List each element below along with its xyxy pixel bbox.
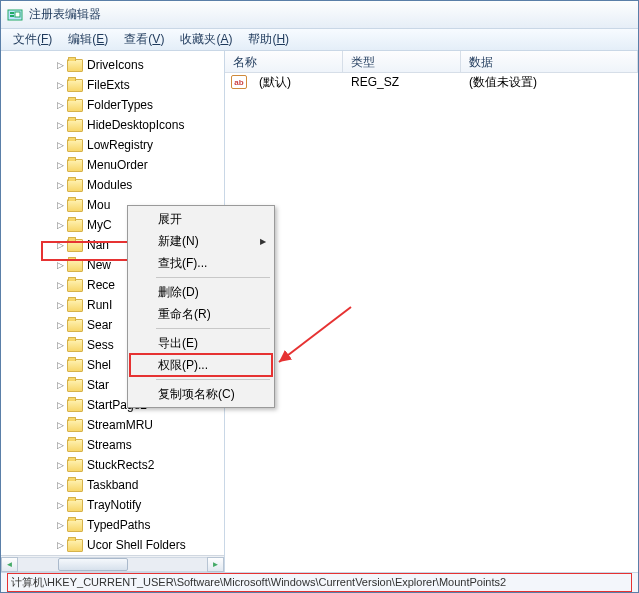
scroll-left-button[interactable]: ◄ [1,557,18,572]
folder-icon [67,119,83,132]
folder-icon [67,339,83,352]
folder-icon [67,399,83,412]
expand-icon[interactable]: ▷ [55,320,65,330]
list-row[interactable]: ab(默认)REG_SZ(数值未设置) [225,73,638,91]
tree-item-label: StreamMRU [87,418,153,432]
expand-icon[interactable]: ▷ [55,240,65,250]
tree-item-label: RunI [87,298,112,312]
tree-item-label: MyC [87,218,112,232]
tree-item-streammru[interactable]: ▷StreamMRU [1,415,224,435]
expand-icon[interactable]: ▷ [55,480,65,490]
expand-icon[interactable]: ▷ [55,460,65,470]
expand-icon[interactable]: ▷ [55,140,65,150]
expand-icon[interactable]: ▷ [55,280,65,290]
list-header[interactable]: 名称 类型 数据 [225,51,638,73]
ctx-展开[interactable]: 展开 [130,208,272,230]
tree-item-label: LowRegistry [87,138,153,152]
folder-icon [67,359,83,372]
folder-icon [67,259,83,272]
col-name[interactable]: 名称 [225,51,343,72]
tree-item-typedpaths[interactable]: ▷TypedPaths [1,515,224,535]
tree-item-foldertypes[interactable]: ▷FolderTypes [1,95,224,115]
expand-icon[interactable]: ▷ [55,440,65,450]
tree-item-taskband[interactable]: ▷Taskband [1,475,224,495]
expand-icon[interactable]: ▷ [55,120,65,130]
menubar: 文件(F)编辑(E)查看(V)收藏夹(A)帮助(H) [1,29,638,51]
tree-item-fileexts[interactable]: ▷FileExts [1,75,224,95]
svg-rect-1 [10,12,14,14]
menu-v[interactable]: 查看(V) [116,29,172,50]
tree-item-label: Star [87,378,109,392]
folder-icon [67,239,83,252]
folder-icon [67,379,83,392]
regedit-window: 注册表编辑器 文件(F)编辑(E)查看(V)收藏夹(A)帮助(H) ▷Drive… [0,0,639,593]
window-title: 注册表编辑器 [29,6,101,23]
menu-separator [156,328,270,329]
menu-separator [156,277,270,278]
folder-icon [67,319,83,332]
menu-f[interactable]: 文件(F) [5,29,60,50]
tree-item-label: Streams [87,438,132,452]
ctx-重命名r[interactable]: 重命名(R) [130,303,272,325]
app-icon [7,7,23,23]
tree-item-label: FolderTypes [87,98,153,112]
expand-icon[interactable]: ▷ [55,500,65,510]
expand-icon[interactable]: ▷ [55,520,65,530]
scroll-right-button[interactable]: ► [207,557,224,572]
scroll-track[interactable] [18,557,207,572]
menu-e[interactable]: 编辑(E) [60,29,116,50]
expand-icon[interactable]: ▷ [55,60,65,70]
expand-icon[interactable]: ▷ [55,540,65,550]
ctx-新建n[interactable]: 新建(N) [130,230,272,252]
expand-icon[interactable]: ▷ [55,360,65,370]
tree-item-user shell folders[interactable]: ▷Ucor Shell Folders [1,535,224,555]
expand-icon[interactable]: ▷ [55,160,65,170]
list-body[interactable]: ab(默认)REG_SZ(数值未设置) [225,73,638,91]
expand-icon[interactable]: ▷ [55,400,65,410]
col-type[interactable]: 类型 [343,51,461,72]
ctx-复制项名称c[interactable]: 复制项名称(C) [130,383,272,405]
string-value-icon: ab [231,75,247,89]
expand-icon[interactable]: ▷ [55,380,65,390]
tree-item-stuckrects2[interactable]: ▷StuckRects2 [1,455,224,475]
tree-item-lowregistry[interactable]: ▷LowRegistry [1,135,224,155]
expand-icon[interactable]: ▷ [55,100,65,110]
tree-hscrollbar[interactable]: ◄ ► [1,555,224,572]
tree-item-traynotify[interactable]: ▷TrayNotify [1,495,224,515]
tree-item-streams[interactable]: ▷Streams [1,435,224,455]
expand-icon[interactable]: ▷ [55,80,65,90]
cell-type: REG_SZ [343,75,461,89]
ctx-权限p[interactable]: 权限(P)... [130,354,272,376]
tree-item-menuorder[interactable]: ▷MenuOrder [1,155,224,175]
tree-item-modules[interactable]: ▷Modules [1,175,224,195]
folder-icon [67,479,83,492]
menu-separator [156,379,270,380]
menu-h[interactable]: 帮助(H) [240,29,297,50]
col-data[interactable]: 数据 [461,51,638,72]
expand-icon[interactable]: ▷ [55,300,65,310]
folder-icon [67,139,83,152]
menu-a[interactable]: 收藏夹(A) [172,29,240,50]
ctx-导出e[interactable]: 导出(E) [130,332,272,354]
tree-item-label: Ucor Shell Folders [87,538,186,552]
expand-icon[interactable]: ▷ [55,220,65,230]
svg-rect-3 [15,12,20,17]
titlebar[interactable]: 注册表编辑器 [1,1,638,29]
svg-rect-2 [10,15,14,17]
scroll-thumb[interactable] [58,558,128,571]
folder-icon [67,299,83,312]
tree-item-driveicons[interactable]: ▷DriveIcons [1,55,224,75]
folder-icon [67,419,83,432]
statusbar: 计算机\HKEY_CURRENT_USER\Software\Microsoft… [1,572,638,592]
expand-icon[interactable]: ▷ [55,260,65,270]
ctx-查找f[interactable]: 查找(F)... [130,252,272,274]
folder-icon [67,519,83,532]
expand-icon[interactable]: ▷ [55,420,65,430]
expand-icon[interactable]: ▷ [55,180,65,190]
status-path: 计算机\HKEY_CURRENT_USER\Software\Microsoft… [7,573,632,592]
folder-icon [67,439,83,452]
expand-icon[interactable]: ▷ [55,200,65,210]
expand-icon[interactable]: ▷ [55,340,65,350]
tree-item-hidedesktopicons[interactable]: ▷HideDesktopIcons [1,115,224,135]
ctx-删除d[interactable]: 删除(D) [130,281,272,303]
